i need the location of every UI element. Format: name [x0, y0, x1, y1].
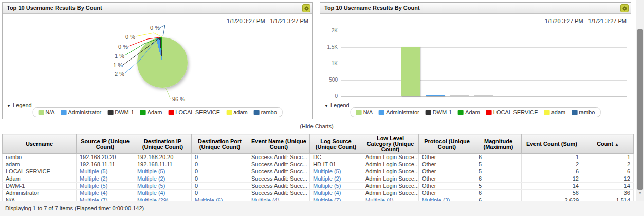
multiple-values-link[interactable]: Multiple (4)	[80, 190, 107, 196]
table-cell: Other	[419, 161, 475, 168]
column-header[interactable]: Magnitude (Maximum)	[475, 134, 522, 154]
legend-item-label: Administrator	[386, 109, 419, 115]
legend-toggle[interactable]: ▼Legend	[7, 102, 32, 108]
table-cell: 5	[475, 168, 522, 175]
table-row[interactable]: DWM-1Multiple (5)Multiple (5)0Success Au…	[3, 183, 634, 190]
legend-item-label: DWM-1	[433, 109, 452, 115]
table-cell: 6	[475, 190, 522, 197]
legend-swatch-icon	[107, 110, 113, 115]
multiple-values-link[interactable]: Multiple (5)	[80, 183, 107, 189]
gear-icon[interactable]	[620, 4, 629, 12]
table-cell: Multiple (5)	[77, 183, 134, 190]
legend-swatch-icon	[379, 110, 384, 115]
bar-Adam[interactable]	[474, 95, 493, 96]
pie-percent-label: 1 %	[111, 53, 124, 59]
column-header[interactable]: Count▲	[582, 134, 634, 154]
table-cell: Other	[419, 175, 475, 183]
table-cell: Multiple (5)	[134, 168, 192, 175]
legend-item-label: LOCAL SERVICE	[493, 109, 538, 115]
table-cell: HD-IT-01	[310, 161, 362, 168]
legend-swatch-icon	[140, 110, 146, 115]
table-cell: 0	[192, 154, 248, 161]
pie-chart-area: 1/1/20 3:27 PM - 1/1/21 3:27 PM 0 % 0 % …	[3, 14, 312, 119]
legend-item-label: DWM-1	[115, 109, 134, 115]
gridline	[341, 47, 627, 48]
column-header[interactable]: Destination IP (Unique Count)	[134, 134, 192, 154]
table-cell: Success Audit: Succ...	[248, 161, 310, 168]
multiple-values-link[interactable]: Multiple (2)	[313, 175, 341, 182]
legend-item: LOCAL SERVICE	[168, 109, 220, 115]
table-cell: adam	[3, 161, 77, 168]
scroll-down-arrow-icon[interactable]: ▼	[636, 191, 644, 195]
legend-item: Adam	[458, 109, 480, 115]
table-row[interactable]: LOCAL SERVICEMultiple (5)Multiple (5)0Su…	[3, 168, 634, 175]
table-row[interactable]: AdministratorMultiple (4)Multiple (4)0Su…	[3, 190, 634, 197]
legend-item-label: Administrator	[68, 109, 101, 115]
time-range: 1/1/20 3:27 PM - 1/1/21 3:27 PM	[227, 18, 308, 24]
table-cell: 1	[522, 154, 582, 161]
panel-title: Top 10 Username Results By Count	[324, 5, 420, 11]
gridline	[341, 80, 627, 81]
plot-vertical-gridline	[421, 47, 421, 96]
bar-chart-area: 1/1/20 3:27 PM - 1/1/21 3:27 PM 05001K1.…	[320, 14, 631, 119]
multiple-values-link[interactable]: Multiple (2)	[137, 175, 165, 182]
multiple-values-link[interactable]: Multiple (4)	[313, 190, 341, 196]
multiple-values-link[interactable]: Multiple (5)	[313, 168, 341, 174]
table-cell: Multiple (2)	[77, 175, 134, 183]
gear-glyph-icon	[304, 6, 309, 11]
column-header[interactable]: Log Source (Unique Count)	[310, 134, 362, 154]
table-cell: 14	[582, 183, 634, 190]
table-cell: Administrator	[3, 190, 77, 197]
column-header[interactable]: Low Level Category (Unique Count)	[362, 134, 419, 154]
bar-Administrator[interactable]	[426, 95, 445, 96]
results-table-container: UsernameSource IP (Unique Count)Destinat…	[2, 134, 633, 204]
multiple-values-link[interactable]: Multiple (5)	[137, 168, 165, 174]
legend-item: DWM-1	[107, 109, 134, 115]
legend-swatch-icon	[426, 110, 431, 115]
bar-chart-panel: Top 10 Username Results By Count 1/1/20 …	[320, 2, 631, 119]
multiple-values-link[interactable]: Multiple (2)	[80, 175, 107, 182]
results-table: UsernameSource IP (Unique Count)Destinat…	[2, 134, 634, 204]
column-header[interactable]: Event Name (Unique Count)	[248, 134, 310, 154]
hide-charts-link[interactable]: (Hide Charts)	[0, 123, 633, 129]
table-row[interactable]: AdamMultiple (2)Multiple (2)0Success Aud…	[3, 175, 634, 183]
multiple-values-link[interactable]: Multiple (5)	[137, 183, 165, 189]
multiple-values-link[interactable]: Multiple (5)	[313, 183, 341, 189]
column-header[interactable]: Destination Port (Unique Count)	[192, 134, 248, 154]
table-cell: Admin Login Succe...	[362, 154, 419, 161]
table-row[interactable]: rambo192.168.20.20192.168.20.200Success …	[3, 154, 634, 161]
chart-legend: N/AAdministratorDWM-1AdamLOCAL SERVICEad…	[351, 107, 601, 117]
table-cell: Multiple (4)	[77, 190, 134, 197]
table-row[interactable]: adam192.168.11.11192.168.11.110Success A…	[3, 161, 634, 168]
legend-swatch-icon	[226, 110, 232, 115]
scrollbar-track[interactable]: ▼	[636, 0, 644, 201]
legend-item-label: Adam	[148, 109, 162, 115]
column-header[interactable]: Protocol (Unique Count)	[419, 134, 475, 154]
gear-glyph-icon	[622, 6, 628, 11]
table-cell: 0	[192, 161, 248, 168]
legend-item-label: adam	[551, 109, 566, 115]
legend-swatch-icon	[168, 110, 174, 115]
bar-DWM-1[interactable]	[450, 95, 469, 96]
bar-N/A[interactable]	[401, 47, 420, 96]
multiple-values-link[interactable]: Multiple (4)	[137, 190, 165, 196]
table-cell: Admin Login Succe...	[362, 161, 419, 168]
column-header[interactable]: Source IP (Unique Count)	[77, 134, 134, 154]
table-cell: DC	[310, 154, 362, 161]
table-cell: Success Audit: Succ...	[248, 154, 310, 161]
legend-item-label: N/A	[363, 109, 373, 115]
table-cell: Admin Login Succe...	[362, 183, 419, 190]
status-text: Displaying 1 to 7 of 7 items (Elapsed ti…	[5, 205, 144, 211]
multiple-values-link[interactable]: Multiple (5)	[80, 168, 107, 174]
results-table-body: rambo192.168.20.20192.168.20.200Success …	[3, 154, 634, 204]
column-header[interactable]: Event Count (Sum)	[522, 134, 582, 154]
legend-toggle[interactable]: ▼Legend	[324, 102, 349, 108]
scrollbar-thumb[interactable]	[637, 29, 643, 190]
table-cell: Admin Login Succe...	[362, 190, 419, 197]
pie-percent-label: 1 %	[109, 62, 123, 68]
gear-icon[interactable]	[302, 4, 310, 12]
pie-chart[interactable]	[137, 37, 188, 88]
y-axis-tick-label: 1K	[320, 61, 338, 66]
table-cell: 0	[192, 168, 248, 175]
column-header[interactable]: Username	[3, 134, 77, 154]
